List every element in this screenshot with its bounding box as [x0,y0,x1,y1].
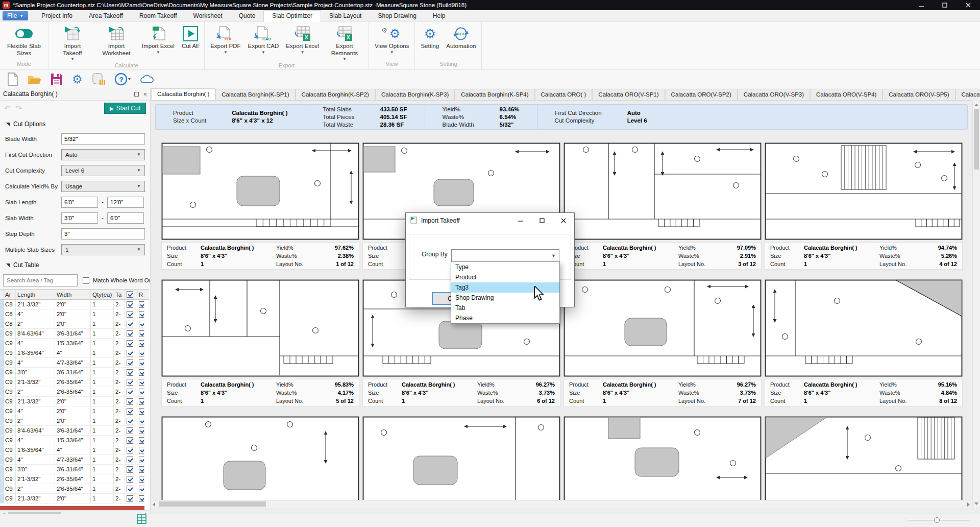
table-row[interactable]: C92"2'0"12- [0,416,149,426]
row-checkbox[interactable] [127,476,133,483]
scroll-up-icon[interactable] [974,104,978,106]
row-selector[interactable] [0,300,4,309]
settings-icon[interactable]: ⚙ [72,74,83,85]
scroll-right-icon[interactable] [967,502,970,507]
row-checkbox[interactable] [127,486,133,492]
menu-area-takeoff[interactable]: Area Takeoff [81,11,131,21]
slab-width-min-input[interactable] [61,212,98,224]
row-selector[interactable] [0,329,4,339]
dropdown-option-product[interactable]: Product [451,272,559,282]
column-header-r[interactable]: R [137,290,144,299]
dropdown-option-tab[interactable]: Tab [451,303,559,313]
row-checkbox[interactable] [127,495,133,502]
row-checkbox[interactable] [127,360,133,366]
menu-room-takeoff[interactable]: Room Takeoff [131,11,185,21]
row-checkbox[interactable] [127,379,133,386]
help-icon[interactable]: ? [114,73,131,86]
tab-calacatta-oro-v-sp1[interactable]: Calacatta ORO(V-SP1) [592,89,665,100]
tab-calacatta-oro-v-sp2[interactable]: Calacatta ORO(V-SP2) [665,89,738,100]
table-row[interactable]: C84"2'0"12- [0,309,149,319]
table-row[interactable]: C94"1'5-33/64"12- [0,436,149,445]
match-whole-word-checkbox[interactable] [83,277,89,284]
table-row[interactable]: C92'1-3/32"2'6-35/64"12- [0,377,149,387]
slab-diagram[interactable] [362,416,560,503]
column-header-width[interactable]: Width [55,290,91,299]
row-checkbox[interactable] [139,330,144,337]
menu-help[interactable]: Help [425,11,454,21]
worksheet-grid-icon[interactable] [137,514,146,525]
row-checkbox[interactable] [139,427,144,434]
group-by-combobox[interactable]: ▼ [451,249,559,262]
row-selector[interactable] [0,445,4,455]
row-selector[interactable] [0,309,4,319]
table-row[interactable]: C82"2'0"12- [0,319,149,329]
cut-complexity-select[interactable]: Level 6▼ [61,165,145,176]
tab-calacatta-oro-v-sp6[interactable]: Calacatta ORO(V-SP6) [955,89,980,100]
ribbon-flexible-slab-sizes-button[interactable]: Flexible Slab Sizes [2,22,46,61]
slab-diagram[interactable] [564,142,762,240]
row-checkbox[interactable] [139,486,144,492]
scroll-down-icon[interactable] [974,502,978,505]
cloud-icon[interactable] [139,74,155,85]
menu-project-info[interactable]: Project Info [33,11,81,21]
table-row[interactable]: C94"4'7-33/64"12- [0,455,149,465]
row-checkbox[interactable] [139,379,144,386]
step-depth-input[interactable] [61,228,145,239]
ribbon-cut-all-button[interactable]: Cut All [178,22,202,62]
table-row[interactable]: C94"4'7-33/64"12- [0,358,149,368]
row-selector[interactable] [0,348,4,358]
table-row[interactable]: C92'1-3/32"2'0"12- [0,494,149,504]
row-checkbox[interactable] [139,418,144,424]
row-selector[interactable] [0,436,4,445]
main-vertical-scrollbar[interactable] [972,101,980,508]
table-row[interactable]: C93'0"3'6-31/64"12- [0,368,149,377]
row-selector[interactable] [0,474,4,484]
row-selector[interactable] [0,358,4,368]
row-checkbox[interactable] [127,301,133,308]
menu-slab-layout[interactable]: Slab Layout [321,11,370,21]
row-checkbox[interactable] [139,350,144,356]
slab-diagram[interactable] [564,416,762,503]
ribbon-export-remnants-button[interactable]: XExport Remnants▼ [323,22,366,62]
tab-calacatta-borghin-k-sp4[interactable]: Calacatta Borghin(K-SP4) [455,89,534,100]
row-checkbox[interactable] [139,311,144,318]
row-selector[interactable] [0,484,4,494]
row-checkbox[interactable] [139,476,144,483]
dialog-maximize-button[interactable] [531,213,553,228]
dialog-close-button[interactable] [553,213,574,228]
row-checkbox[interactable] [127,398,133,405]
table-row[interactable]: C92'1-3/32"2'6-35/64"12- [0,474,149,484]
table-row[interactable]: C94"2'0"12- [0,406,149,416]
row-checkbox[interactable] [127,389,133,395]
calculate-yield-by-select[interactable]: Usage▼ [61,181,145,192]
row-selector[interactable] [0,465,4,474]
open-folder-icon[interactable] [27,73,41,85]
row-selector[interactable] [0,319,4,329]
slab-diagram[interactable] [765,416,963,503]
row-checkbox[interactable] [127,447,133,453]
tab-calacatta-oro-v-sp5[interactable]: Calacatta ORO(V-SP5) [883,89,955,100]
ribbon-export-cad-button[interactable]: CADExport CAD▼ [244,22,283,62]
ribbon-import-takeoff-button[interactable]: Import Takeoff▼ [51,22,94,62]
table-row[interactable]: C91'6-35/64"4"12- [0,445,149,455]
multiple-slab-sizes-select[interactable]: 1▼ [61,244,145,255]
row-checkbox[interactable] [139,398,144,405]
row-selector[interactable] [0,377,4,387]
slab-diagram[interactable] [161,279,359,377]
close-button[interactable] [957,0,980,10]
undo-icon[interactable]: ↶ [4,104,11,113]
cut-table-section-header[interactable]: Cut Table [0,259,150,271]
column-header-length[interactable]: Length [16,290,55,299]
maximize-button[interactable] [933,0,957,10]
tab-calacatta-borghin-k-sp3[interactable]: Calacatta Borghin(K-SP3) [375,89,455,100]
zoom-slider-thumb[interactable] [934,517,940,523]
row-checkbox[interactable] [127,330,133,337]
slab-length-max-input[interactable] [107,197,144,208]
row-selector[interactable] [0,387,4,397]
row-selector[interactable] [0,426,4,436]
table-row[interactable]: C93'0"3'6-31/64"12- [0,465,149,474]
database-alert-icon[interactable] [91,73,106,86]
row-checkbox[interactable] [127,369,133,376]
row-checkbox[interactable] [139,495,144,502]
row-checkbox[interactable] [139,408,144,415]
